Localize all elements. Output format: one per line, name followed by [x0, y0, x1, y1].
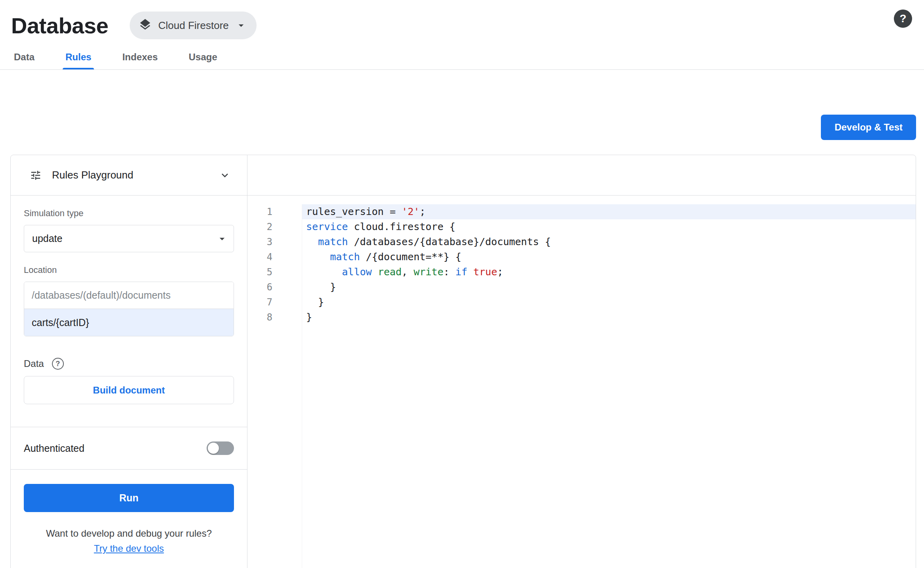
run-button[interactable]: Run	[24, 484, 234, 512]
line-number-gutter: 12345678	[247, 204, 302, 568]
tab-data[interactable]: Data	[11, 44, 37, 69]
line-number: 8	[247, 310, 272, 325]
code-editor[interactable]: rules_version = '2';service cloud.firest…	[302, 204, 916, 568]
tab-rules[interactable]: Rules	[63, 44, 94, 69]
tab-indexes[interactable]: Indexes	[119, 44, 160, 69]
data-label: Data	[24, 358, 44, 369]
code-line[interactable]: rules_version = '2';	[302, 204, 916, 219]
page-title: Database	[11, 13, 108, 38]
simulation-type-value: update	[32, 233, 62, 244]
product-selector-label: Cloud Firestore	[158, 19, 229, 32]
page-header: Database Cloud Firestore ?	[0, 0, 924, 44]
database-product-selector[interactable]: Cloud Firestore	[130, 12, 257, 39]
editor-toolbar	[247, 155, 916, 196]
rules-panel: Rules Playground Simulation type update …	[10, 155, 916, 568]
tab-usage[interactable]: Usage	[186, 44, 220, 69]
line-number: 2	[247, 219, 272, 234]
rules-playground-form: Simulation type update Location /databas…	[11, 196, 247, 427]
code-line[interactable]: }	[302, 295, 916, 310]
code-line[interactable]: }	[302, 310, 916, 325]
location-field-group: /databases/(default)/documents carts/{ca…	[24, 282, 234, 336]
line-number: 6	[247, 280, 272, 295]
tab-bar: Data Rules Indexes Usage	[0, 44, 924, 70]
code-line[interactable]: }	[302, 280, 916, 295]
code-line[interactable]: match /{document=**} {	[302, 249, 916, 265]
help-glyph: ?	[56, 360, 60, 368]
authenticated-row: Authenticated	[11, 427, 247, 470]
tune-icon	[30, 169, 42, 181]
run-section: Run Want to develop and debug your rules…	[11, 470, 247, 554]
develop-test-button[interactable]: Develop & Test	[821, 115, 916, 140]
help-icon: ?	[899, 12, 906, 25]
toggle-knob	[208, 443, 219, 454]
rules-playground-title: Rules Playground	[52, 169, 133, 181]
rules-playground-header[interactable]: Rules Playground	[11, 155, 247, 196]
location-prefix: /databases/(default)/documents	[24, 282, 234, 309]
help-button[interactable]: ?	[894, 10, 912, 28]
data-section-header: Data ?	[24, 358, 234, 370]
authenticated-toggle[interactable]	[207, 441, 234, 455]
code-line[interactable]: service cloud.firestore {	[302, 219, 916, 234]
editor-body: 12345678 rules_version = '2';service clo…	[247, 196, 916, 568]
location-input[interactable]: carts/{cartID}	[24, 309, 234, 336]
rules-editor: 12345678 rules_version = '2';service clo…	[247, 155, 916, 568]
line-number: 5	[247, 265, 272, 280]
data-help-icon[interactable]: ?	[52, 358, 64, 370]
dropdown-arrow-icon	[216, 233, 228, 245]
simulation-type-select[interactable]: update	[24, 225, 234, 252]
line-number: 3	[247, 234, 272, 249]
line-number: 7	[247, 295, 272, 310]
location-label: Location	[24, 265, 234, 275]
firestore-icon	[138, 18, 152, 33]
authenticated-label: Authenticated	[24, 443, 84, 454]
code-line[interactable]: allow read, write: if true;	[302, 265, 916, 280]
code-line[interactable]: match /databases/{database}/documents {	[302, 234, 916, 249]
rules-playground-sidebar: Rules Playground Simulation type update …	[11, 155, 247, 568]
chevron-down-icon	[235, 19, 247, 31]
line-number: 4	[247, 249, 272, 265]
line-number: 1	[247, 204, 272, 219]
dev-tools-question: Want to develop and debug your rules?	[24, 528, 234, 539]
build-document-button[interactable]: Build document	[24, 376, 234, 404]
simulation-type-label: Simulation type	[24, 208, 234, 219]
dev-tools-link[interactable]: Try the dev tools	[94, 543, 164, 554]
collapse-chevron-icon[interactable]	[219, 169, 231, 182]
